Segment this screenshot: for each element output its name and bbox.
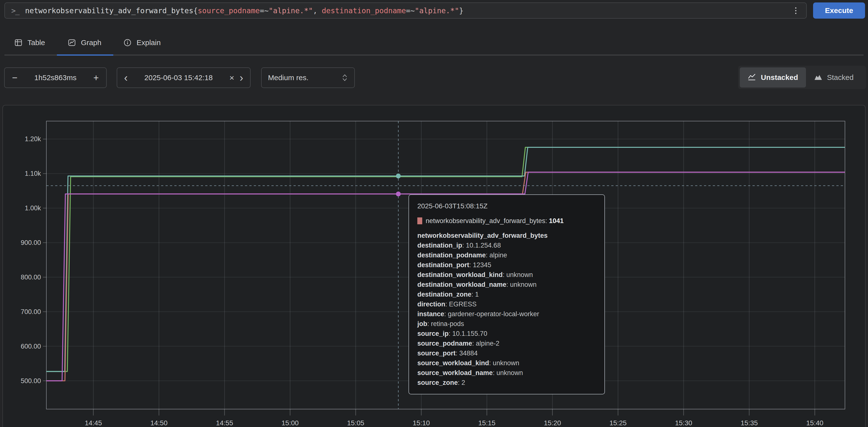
hover-point-purple bbox=[396, 191, 401, 196]
y-tick-label: 1.00k bbox=[25, 204, 41, 212]
stacking-stacked-label: Stacked bbox=[827, 73, 854, 81]
stacking-option-unstacked[interactable]: Unstacked bbox=[740, 67, 806, 88]
tooltip-label-row: job: retina-pods bbox=[417, 319, 596, 329]
info-icon bbox=[123, 38, 132, 47]
tooltip-label-row: source_workload_kind: unknown bbox=[417, 358, 596, 368]
query-input[interactable]: >_ networkobservability_adv_forward_byte… bbox=[4, 2, 807, 19]
x-tick-label: 15:00 bbox=[281, 419, 299, 427]
range-input[interactable]: − 1h52s863ms + bbox=[4, 67, 107, 88]
tooltip-series-colon: : bbox=[545, 216, 549, 226]
series-color-swatch bbox=[417, 218, 422, 224]
x-tick-label: 14:55 bbox=[216, 419, 233, 427]
resolution-value: Medium res. bbox=[268, 73, 308, 82]
tooltip-label-row: source_ip: 10.1.155.70 bbox=[417, 329, 596, 338]
tooltip-series-name: networkobservability_adv_forward_bytes bbox=[426, 216, 545, 226]
range-value[interactable]: 1h52s863ms bbox=[34, 73, 76, 82]
datetime-prev-button[interactable]: ‹ bbox=[124, 72, 128, 83]
tooltip-label-row: source_podname: alpine-2 bbox=[417, 338, 596, 348]
query-token-label: source_podname bbox=[198, 6, 260, 15]
tooltip-label-row: direction: EGRESS bbox=[417, 299, 596, 309]
tooltip-timestamp: 2025-06-03T15:08:15Z bbox=[417, 201, 596, 211]
terminal-prompt-icon: >_ bbox=[11, 6, 19, 15]
query-expression[interactable]: networkobservability_adv_forward_bytes{s… bbox=[25, 6, 792, 15]
resolution-select[interactable]: Medium res. bbox=[261, 67, 355, 88]
tab-graph-label: Graph bbox=[81, 38, 101, 47]
tooltip-metric-name: networkobservability_adv_forward_bytes bbox=[417, 231, 596, 240]
tooltip-label-row: destination_ip: 10.1.254.68 bbox=[417, 240, 596, 250]
datetime-clear-button[interactable]: × bbox=[229, 73, 234, 83]
tab-table-label: Table bbox=[28, 38, 45, 47]
query-token-label: destination_podname bbox=[322, 6, 406, 15]
y-tick-label: 1.10k bbox=[25, 170, 41, 177]
tooltip-label-row: source_port: 34884 bbox=[417, 348, 596, 358]
y-tick-label: 600.00 bbox=[21, 343, 41, 350]
tooltip-label-row: destination_port: 12345 bbox=[417, 260, 596, 270]
x-tick-label: 15:25 bbox=[609, 419, 626, 427]
y-tick-label: 800.00 bbox=[21, 273, 41, 281]
datetime-next-button[interactable]: › bbox=[240, 72, 243, 83]
query-token-op: =~ bbox=[260, 6, 269, 15]
stacking-option-stacked[interactable]: Stacked bbox=[806, 67, 861, 88]
tooltip-label-row: instance: gardener-operator-local-worker bbox=[417, 309, 596, 319]
tooltip-labels: destination_ip: 10.1.254.68destination_p… bbox=[417, 240, 596, 388]
tooltip-label-row: destination_zone: 1 bbox=[417, 290, 596, 299]
x-tick-label: 14:45 bbox=[85, 419, 102, 427]
tooltip-label-row: destination_workload_kind: unknown bbox=[417, 270, 596, 280]
tooltip-series-value: 1041 bbox=[549, 216, 564, 226]
x-tick-label: 15:10 bbox=[413, 419, 430, 427]
tab-underline-track bbox=[4, 55, 864, 56]
y-tick-label: 500.00 bbox=[21, 377, 41, 385]
y-tick-label: 1.20k bbox=[25, 135, 41, 143]
x-tick-label: 15:30 bbox=[675, 419, 692, 427]
stacking-toggle: Unstacked Stacked bbox=[738, 66, 866, 89]
x-tick-label: 15:05 bbox=[347, 419, 364, 427]
datetime-picker[interactable]: ‹ 2025-06-03 15:42:18 × › bbox=[117, 67, 251, 88]
execute-button[interactable]: Execute bbox=[813, 2, 865, 19]
stacked-area-icon bbox=[814, 73, 823, 81]
query-token-punc: , bbox=[313, 6, 322, 15]
hover-point-teal bbox=[396, 173, 401, 178]
graph-panel: 14:4514:5014:5515:0015:0515:1015:1515:20… bbox=[2, 105, 866, 427]
y-tick-label: 700.00 bbox=[21, 308, 41, 316]
x-tick-label: 15:15 bbox=[478, 419, 496, 427]
query-token-metric: networkobservability_adv_forward_bytes bbox=[25, 6, 193, 15]
tooltip-series-row: networkobservability_adv_forward_bytes: … bbox=[417, 216, 596, 226]
y-tick-label: 900.00 bbox=[21, 239, 41, 247]
tab-table[interactable]: Table bbox=[14, 35, 45, 51]
tab-graph[interactable]: Graph bbox=[68, 35, 101, 51]
chart-tooltip: 2025-06-03T15:08:15Z networkobservabilit… bbox=[408, 194, 605, 394]
datetime-value[interactable]: 2025-06-03 15:42:18 bbox=[133, 73, 224, 82]
query-token-op: =~ bbox=[406, 6, 415, 15]
query-token-punc: } bbox=[459, 6, 463, 15]
tab-explain-label: Explain bbox=[136, 38, 161, 47]
tooltip-label-row: destination_workload_name: unknown bbox=[417, 280, 596, 290]
x-tick-label: 15:20 bbox=[544, 419, 561, 427]
tooltip-label-row: source_zone: 2 bbox=[417, 378, 596, 388]
query-token-string: "alpine.*" bbox=[415, 6, 459, 15]
query-token-punc: { bbox=[193, 6, 198, 15]
chart-icon bbox=[68, 38, 76, 47]
stacking-unstacked-label: Unstacked bbox=[761, 73, 798, 81]
x-tick-label: 15:35 bbox=[741, 419, 758, 427]
x-tick-label: 15:40 bbox=[806, 419, 824, 427]
tooltip-label-row: destination_podname: alpine bbox=[417, 250, 596, 260]
tab-bar: Table Graph Explain bbox=[0, 32, 868, 56]
query-token-string: "alpine.*" bbox=[269, 6, 313, 15]
x-tick-label: 14:50 bbox=[150, 419, 167, 427]
query-menu-button[interactable] bbox=[792, 5, 800, 16]
tab-explain[interactable]: Explain bbox=[123, 35, 161, 51]
tooltip-label-row: source_workload_name: unknown bbox=[417, 368, 596, 378]
select-chevrons-icon bbox=[342, 73, 348, 82]
range-increase-button[interactable]: + bbox=[93, 73, 99, 83]
unstacked-line-icon bbox=[748, 73, 756, 81]
table-icon bbox=[14, 38, 23, 47]
tab-active-indicator bbox=[57, 55, 113, 56]
range-decrease-button[interactable]: − bbox=[12, 73, 18, 83]
